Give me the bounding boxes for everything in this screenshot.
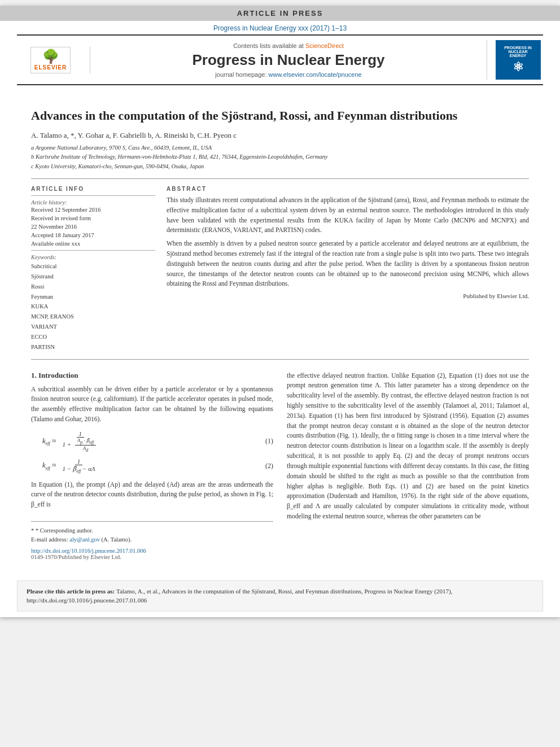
contents-available: Contents lists available at ScienceDirec… bbox=[102, 42, 475, 49]
keyword-2: Sjöstrand bbox=[31, 272, 155, 282]
journal-ref: Progress in Nuclear Energy xxx (2017) 1–… bbox=[0, 21, 560, 34]
abstract-col: ABSTRACT This study illustrates recent c… bbox=[167, 186, 529, 352]
article-info-col: ARTICLE INFO Article history: Received 1… bbox=[31, 186, 155, 352]
journal-center: Contents lists available at ScienceDirec… bbox=[90, 42, 487, 78]
intro-para-2: In Equation (1), the prompt (Ap) and the… bbox=[31, 480, 273, 510]
affiliation-b-text: b Karlsruhe Institute of Technology, Her… bbox=[31, 152, 529, 162]
equation-2-math: keff ≈ 1 1 − β̄eff − αΛ bbox=[42, 458, 100, 474]
cite-label: Please cite this article in press as: bbox=[27, 588, 116, 595]
abstract-para-1: This study illustrates recent computatio… bbox=[167, 195, 529, 235]
elsevier-label: ELSEVIER bbox=[34, 64, 67, 71]
homepage-link[interactable]: www.elsevier.com/locate/pnucene bbox=[269, 71, 362, 78]
body-two-col: 1. Introduction A subcritical assembly c… bbox=[31, 371, 529, 560]
issn-line: 0149-1970/Published by Elsevier Ltd. bbox=[31, 554, 273, 560]
citation-bar: Please cite this article in press as: Ta… bbox=[17, 580, 543, 611]
abstract-para-2: When the assembly is driven by a pulsed … bbox=[167, 239, 529, 289]
email-link[interactable]: aly@anl.gov bbox=[69, 536, 100, 543]
body-right: the effective delayed neutron fraction. … bbox=[287, 371, 529, 560]
keyword-8: ECCO bbox=[31, 332, 155, 342]
accepted-date: Accepted 18 January 2017 bbox=[31, 232, 155, 238]
keywords-list: Subcritical Sjöstrand Rossi Feynman KUKA… bbox=[31, 261, 155, 352]
article-in-press-banner: ARTICLE IN PRESS bbox=[0, 6, 560, 21]
divider-2 bbox=[31, 359, 529, 360]
equation-1: keff ≈ 1 1 + Ap · β̄effAd (1) bbox=[42, 430, 273, 453]
article-info-abstract: ARTICLE INFO Article history: Received 1… bbox=[31, 186, 529, 352]
revised-date: 22 November 2016 bbox=[31, 224, 155, 230]
equation-1-math: keff ≈ 1 1 + Ap · β̄effAd bbox=[42, 430, 103, 453]
keyword-1: Subcritical bbox=[31, 261, 155, 272]
nuclear-energy-logo: PROGRESS INNUCLEARENERGY ⚛ bbox=[496, 40, 541, 80]
article-title: Advances in the computation of the Sjöst… bbox=[31, 108, 529, 124]
available-date: Available online xxx bbox=[31, 241, 155, 247]
journal-header: 🌳 ELSEVIER Contents lists available at S… bbox=[17, 34, 543, 85]
affiliation-c-text: c Kyoto University, Kumatori-cho, Sennan… bbox=[31, 162, 529, 172]
affiliation-a-text: a Argonne National Laboratory, 9700 S, C… bbox=[31, 143, 529, 153]
footnote-area: * * Corresponding author. E-mail address… bbox=[31, 521, 273, 560]
authors-line: A. Talamo a, *, Y. Gohar a, F. Gabrielli… bbox=[31, 131, 529, 140]
elsevier-tree-icon: 🌳 bbox=[42, 50, 59, 63]
authors-text: A. Talamo a, *, Y. Gohar a, F. Gabrielli… bbox=[31, 131, 237, 139]
main-content: Advances in the computation of the Sjöst… bbox=[0, 85, 560, 571]
banner-text: ARTICLE IN PRESS bbox=[237, 9, 323, 18]
footnote-corresponding: * * Corresponding author. bbox=[31, 526, 273, 535]
keyword-4: Feynman bbox=[31, 292, 155, 302]
doi-link[interactable]: http://dx.doi.org/10.1016/j.pnucene.2017… bbox=[31, 548, 146, 554]
nuclear-energy-logo-area: PROGRESS INNUCLEARENERGY ⚛ bbox=[487, 40, 543, 80]
journal-ref-text: Progress in Nuclear Energy xxx (2017) 1–… bbox=[213, 24, 347, 32]
received-date: Received 12 September 2016 bbox=[31, 207, 155, 213]
elsevier-logo-box: 🌳 ELSEVIER bbox=[30, 47, 71, 73]
equation-2: keff ≈ 1 1 − β̄eff − αΛ (2) bbox=[42, 458, 273, 474]
nuclear-energy-logo-text: PROGRESS INNUCLEARENERGY bbox=[504, 46, 532, 58]
sciencedirect-link[interactable]: ScienceDirect bbox=[305, 42, 344, 49]
abstract-header: ABSTRACT bbox=[167, 186, 529, 192]
revised-label: Received in revised form bbox=[31, 215, 155, 221]
footnote-star: * bbox=[31, 527, 36, 534]
journal-name: Progress in Nuclear Energy bbox=[102, 51, 475, 69]
keyword-7: VARIANT bbox=[31, 322, 155, 332]
fraction-2: 1 1 − β̄eff − αΛ bbox=[60, 458, 97, 474]
affiliations: a Argonne National Laboratory, 9700 S, C… bbox=[31, 143, 529, 172]
keyword-9: PARTISN bbox=[31, 342, 155, 352]
divider-1 bbox=[31, 178, 529, 179]
keyword-6: MCNP, ERANOS bbox=[31, 312, 155, 322]
abstract-text: This study illustrates recent computatio… bbox=[167, 195, 529, 289]
history-label: Article history: bbox=[31, 199, 155, 206]
intro-para-1: A subcritical assembly can be driven eit… bbox=[31, 385, 273, 425]
doi-line: http://dx.doi.org/10.1016/j.pnucene.2017… bbox=[31, 548, 273, 554]
equation-1-num: (1) bbox=[265, 437, 273, 445]
article-info-divider bbox=[31, 195, 155, 196]
atom-icon: ⚛ bbox=[513, 60, 524, 75]
body-left: 1. Introduction A subcritical assembly c… bbox=[31, 371, 273, 560]
article-info-header: ARTICLE INFO bbox=[31, 186, 155, 192]
keywords-label: Keywords: bbox=[31, 254, 155, 260]
fraction-1: 1 1 + Ap · β̄effAd bbox=[60, 430, 100, 453]
journal-homepage: journal homepage: www.elsevier.com/locat… bbox=[102, 71, 475, 78]
footnote-email: E-mail address: aly@anl.gov (A. Talamo). bbox=[31, 535, 273, 544]
equation-2-num: (2) bbox=[265, 462, 273, 470]
keyword-5: KUKA bbox=[31, 302, 155, 312]
page: ARTICLE IN PRESS Progress in Nuclear Ene… bbox=[0, 6, 560, 617]
keyword-3: Rossi bbox=[31, 282, 155, 292]
elsevier-logo-area: 🌳 ELSEVIER bbox=[17, 47, 90, 73]
section-1-title: 1. Introduction bbox=[31, 371, 273, 380]
article-info-divider-2 bbox=[31, 250, 155, 251]
body-right-para-1: the effective delayed neutron fraction. … bbox=[287, 371, 529, 522]
published-by: Published by Elsevier Ltd. bbox=[167, 292, 529, 299]
